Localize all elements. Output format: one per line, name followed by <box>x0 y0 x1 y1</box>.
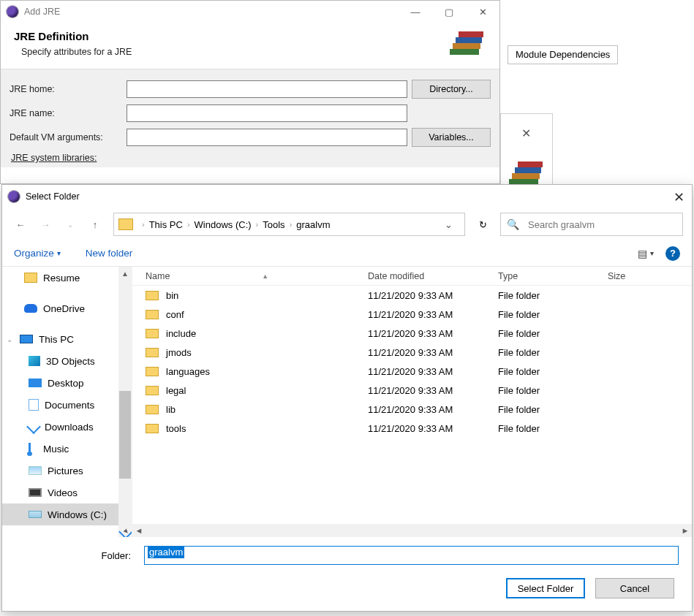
file-type: File folder <box>494 385 603 396</box>
tree-node-label: This PC <box>39 334 74 345</box>
window-title: Select Folder <box>26 191 80 202</box>
file-date: 11/21/2020 9:33 AM <box>363 309 494 320</box>
tree-node[interactable]: Downloads <box>2 416 132 438</box>
svg-rect-5 <box>453 43 480 49</box>
minimize-button[interactable]: — <box>399 1 432 23</box>
file-row[interactable]: jmods11/21/2020 9:33 AMFile folder <box>132 343 692 362</box>
scroll-left-button[interactable]: ◄ <box>132 526 146 535</box>
col-size[interactable]: Size <box>603 271 647 281</box>
file-name: lib <box>166 404 176 415</box>
directory-button[interactable]: Directory... <box>412 80 491 99</box>
tree-node-label: Videos <box>48 487 78 498</box>
col-name[interactable]: Name ▲ <box>132 271 363 281</box>
nav-bar: ← → ⌄ ↑ › This PC › Windows (C:) › Tools… <box>2 208 692 240</box>
maximize-button[interactable]: ▢ <box>432 1 466 23</box>
recent-dropdown[interactable]: ⌄ <box>61 215 80 234</box>
tree-node[interactable]: OneDrive <box>2 297 132 319</box>
search-box[interactable]: 🔍 <box>500 213 683 236</box>
file-row[interactable]: legal11/21/2020 9:33 AMFile folder <box>132 381 692 400</box>
file-date: 11/21/2020 9:33 AM <box>363 328 494 339</box>
column-headers[interactable]: Name ▲ Date modified Type Size <box>132 267 692 286</box>
banner: JRE Definition Specify attributes for a … <box>1 23 499 69</box>
file-row[interactable]: include11/21/2020 9:33 AMFile folder <box>132 324 692 343</box>
scrollbar-thumb[interactable] <box>119 391 131 479</box>
folder-icon <box>146 386 159 395</box>
crumb[interactable]: This PC <box>149 219 183 230</box>
label-jre-home: JRE home: <box>10 84 127 94</box>
organize-menu[interactable]: Organize ▾ <box>14 248 61 259</box>
crumb[interactable]: Tools <box>263 219 284 230</box>
file-row[interactable]: bin11/21/2020 9:33 AMFile folder <box>132 286 692 305</box>
tree-node[interactable]: ⌄This PC <box>2 328 132 350</box>
file-row[interactable]: conf11/21/2020 9:33 AMFile folder <box>132 305 692 324</box>
tree-node[interactable]: Desktop <box>2 372 132 394</box>
label-vm-args: Default VM arguments: <box>10 132 127 142</box>
tree-node[interactable]: Music <box>2 438 132 460</box>
file-date: 11/21/2020 9:33 AM <box>363 347 494 358</box>
nav-tree[interactable]: ▲ ▼ ResumeOneDrive⌄This PC3D ObjectsDesk… <box>2 267 132 537</box>
doc-icon <box>29 399 39 411</box>
search-input[interactable] <box>527 218 676 231</box>
file-name: tools <box>166 423 186 434</box>
file-row[interactable]: tools11/21/2020 9:33 AMFile folder <box>132 419 692 438</box>
drive-icon <box>29 511 42 518</box>
label-sys-libs: JRE system libraries: <box>10 153 491 163</box>
forward-button[interactable]: → <box>36 215 55 234</box>
tab-label: Module Dependencies <box>516 49 610 60</box>
folder-name-input[interactable]: graalvm <box>144 546 679 565</box>
tree-node[interactable]: Documents <box>2 394 132 416</box>
file-row[interactable]: lib11/21/2020 9:33 AMFile folder <box>132 400 692 419</box>
chevron-down-icon[interactable]: ⌄ <box>5 335 14 343</box>
variables-button[interactable]: Variables... <box>412 128 491 147</box>
folder-icon <box>146 424 159 433</box>
dialog-select-folder: Select Folder ✕ ← → ⌄ ↑ › This PC › Wind… <box>1 184 693 612</box>
back-button[interactable]: ← <box>11 215 30 234</box>
new-folder-button[interactable]: New folder <box>86 248 133 259</box>
refresh-button[interactable]: ↻ <box>471 213 494 236</box>
select-folder-button[interactable]: Select Folder <box>506 578 585 598</box>
search-icon: 🔍 <box>507 218 519 230</box>
file-type: File folder <box>494 366 603 377</box>
tree-node[interactable]: Pictures <box>2 460 132 482</box>
file-row[interactable]: languages11/21/2020 9:33 AMFile folder <box>132 362 692 381</box>
crumb[interactable]: graalvm <box>296 219 330 230</box>
up-button[interactable]: ↑ <box>86 215 105 234</box>
tree-node-label: Resume <box>43 273 80 284</box>
chevron-right-icon: › <box>285 220 297 229</box>
titlebar[interactable]: Select Folder ✕ <box>2 185 692 208</box>
svg-rect-3 <box>518 161 543 167</box>
view-options-button[interactable]: ▤ ▾ <box>638 248 654 259</box>
col-date[interactable]: Date modified <box>363 271 494 281</box>
tree-node[interactable]: Windows (C:) <box>2 503 132 525</box>
tree-node[interactable]: Videos <box>2 482 132 503</box>
close-button[interactable]: ✕ <box>674 189 684 205</box>
input-vm-args[interactable] <box>127 129 407 146</box>
folder-icon <box>24 273 37 283</box>
label-jre-name: JRE name: <box>10 108 127 118</box>
crumb[interactable]: Windows (C:) <box>195 219 252 230</box>
film-icon <box>29 488 42 497</box>
file-name: bin <box>166 290 178 301</box>
tree-node[interactable]: 3D Objects <box>2 350 132 372</box>
file-type: File folder <box>494 404 603 415</box>
tree-node-label: Documents <box>45 400 94 411</box>
input-jre-home[interactable] <box>127 80 407 98</box>
scroll-up-button[interactable]: ▲ <box>119 267 131 280</box>
breadcrumb[interactable]: › This PC › Windows (C:) › Tools › graal… <box>113 213 465 236</box>
close-button[interactable]: ✕ <box>466 1 499 23</box>
titlebar[interactable]: Add JRE — ▢ ✕ <box>1 1 499 23</box>
desktop-icon <box>29 379 42 387</box>
tree-node-label: OneDrive <box>43 303 85 314</box>
col-type[interactable]: Type <box>494 271 603 281</box>
tree-node[interactable]: Resume <box>2 267 132 289</box>
input-jre-name[interactable] <box>127 104 407 122</box>
cancel-button[interactable]: Cancel <box>595 578 674 598</box>
scroll-right-button[interactable]: ► <box>679 526 692 535</box>
close-icon[interactable]: ✕ <box>521 126 533 138</box>
tab-module-dependencies[interactable]: Module Dependencies <box>508 45 618 64</box>
toolbar: Organize ▾ New folder ▤ ▾ ? <box>2 240 692 267</box>
help-button[interactable]: ? <box>665 246 680 261</box>
cloud-icon <box>24 304 37 313</box>
horizontal-scrollbar[interactable]: ◄ ► <box>132 524 692 537</box>
chevron-down-icon[interactable]: ⌄ <box>437 219 460 230</box>
